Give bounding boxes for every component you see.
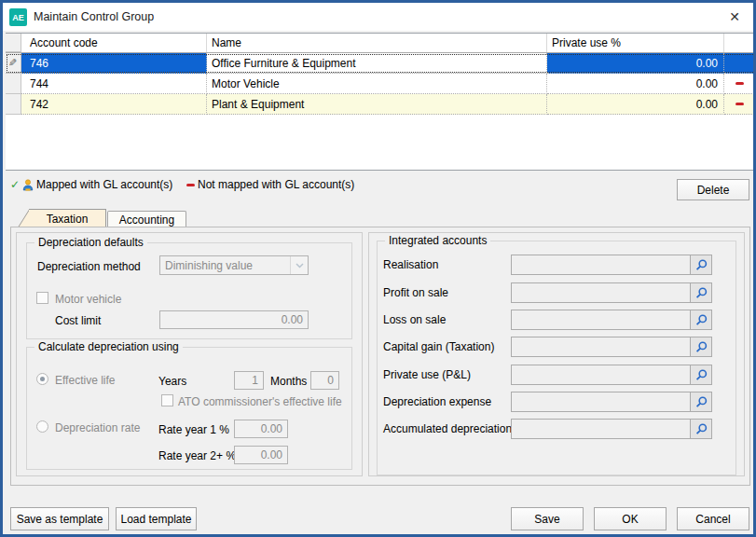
- integrated-account-row: Realisation: [378, 255, 735, 275]
- row-selector-cell[interactable]: [6, 74, 21, 94]
- legend-not-mapped: Not mapped with GL account(s): [186, 178, 354, 191]
- integrated-accounts-group: Integrated accounts Realisation Profit o…: [377, 241, 736, 475]
- cancel-button[interactable]: Cancel: [677, 507, 749, 530]
- search-icon[interactable]: [690, 392, 711, 411]
- load-template-button[interactable]: Load template: [116, 507, 197, 530]
- depreciation-expense-field[interactable]: [511, 392, 712, 412]
- column-header-account-code[interactable]: Account code: [21, 34, 207, 52]
- integrated-account-row: Profit on sale: [378, 282, 735, 303]
- save-button[interactable]: Save: [511, 507, 584, 530]
- loss-on-sale-label: Loss on sale: [383, 313, 446, 326]
- accounts-grid: Account code Name Private use % ✎ 746 Of…: [6, 33, 756, 171]
- name-cell[interactable]: Office Furniture & Equipment: [207, 53, 547, 74]
- account-code-cell[interactable]: 744: [21, 74, 207, 94]
- profit-on-sale-field[interactable]: [511, 282, 712, 303]
- group-title: Calculate depreciation using: [34, 340, 183, 353]
- tab-accounting[interactable]: Accounting: [107, 211, 186, 227]
- chevron-down-icon: [290, 256, 308, 274]
- cost-limit-field[interactable]: 0.00: [159, 310, 309, 329]
- not-mapped-icon: [735, 82, 744, 85]
- profit-on-sale-label: Profit on sale: [383, 286, 448, 299]
- accumulated-depreciation-field[interactable]: [511, 419, 712, 439]
- search-icon[interactable]: [690, 283, 711, 302]
- tab-taxation-label: Taxation: [47, 213, 89, 226]
- column-header-name[interactable]: Name: [207, 34, 547, 52]
- edit-pencil-icon: ✎: [8, 57, 17, 69]
- private-use-cell[interactable]: 0.00: [547, 53, 724, 74]
- mapping-status-cell: [724, 94, 756, 115]
- search-icon[interactable]: [690, 420, 711, 438]
- taxation-tab-panel: Depreciation defaults Depreciation metho…: [10, 227, 750, 486]
- cost-limit-label: Cost limit: [55, 314, 101, 327]
- rate-year-1-field[interactable]: 0.00: [234, 420, 288, 438]
- legend-mapped: ✓ Mapped with GL account(s): [10, 178, 172, 191]
- motor-vehicle-label: Motor vehicle: [55, 293, 121, 306]
- not-mapped-icon: [735, 103, 744, 105]
- row-selector-header: [6, 34, 21, 52]
- legend-not-mapped-label: Not mapped with GL account(s): [198, 178, 354, 191]
- integrated-account-row: Depreciation expense: [378, 392, 735, 412]
- loss-on-sale-field[interactable]: [511, 310, 712, 330]
- realisation-label: Realisation: [383, 258, 438, 271]
- years-label: Years: [158, 375, 186, 388]
- save-as-template-button[interactable]: Save as template: [10, 507, 109, 530]
- years-field[interactable]: 1: [234, 371, 264, 390]
- private-use-pl-label: Private use (P&L): [383, 368, 471, 381]
- search-icon[interactable]: [690, 337, 711, 356]
- capital-gain-field[interactable]: [511, 337, 712, 357]
- account-code-cell[interactable]: 742: [21, 94, 207, 115]
- motor-vehicle-checkbox[interactable]: [36, 292, 48, 304]
- not-mapped-icon: [186, 184, 195, 186]
- dialog-title: Maintain Control Group: [34, 10, 154, 23]
- person-icon: [22, 179, 34, 191]
- integrated-account-row: Loss on sale: [378, 310, 735, 330]
- ok-button[interactable]: OK: [594, 507, 667, 530]
- search-icon[interactable]: [690, 310, 711, 329]
- search-icon[interactable]: [690, 365, 711, 384]
- column-header-private-use[interactable]: Private use %: [547, 34, 724, 52]
- name-cell[interactable]: Motor Vehicle: [207, 74, 547, 94]
- legend-mapped-label: Mapped with GL account(s): [36, 178, 172, 191]
- account-code-cell[interactable]: 746: [21, 53, 207, 74]
- ato-effective-life-checkbox[interactable]: [161, 394, 173, 406]
- private-use-cell[interactable]: 0.00: [547, 94, 724, 115]
- tab-taxation[interactable]: Taxation: [16, 209, 106, 227]
- effective-life-label: Effective life: [55, 374, 115, 387]
- months-label: Months: [270, 375, 307, 388]
- calculate-depreciation-group: Calculate depreciation using Effective l…: [26, 347, 352, 470]
- app-icon: AE: [9, 8, 27, 26]
- depreciation-rate-radio[interactable]: [36, 420, 48, 433]
- depreciation-expense-label: Depreciation expense: [383, 395, 491, 408]
- private-use-cell[interactable]: 0.00: [547, 74, 724, 94]
- table-row[interactable]: 744 Motor Vehicle 0.00: [6, 74, 756, 94]
- integrated-account-row: Accumulated depreciation: [378, 419, 735, 439]
- depreciation-rate-label: Depreciation rate: [55, 421, 140, 434]
- rate-year-2-field[interactable]: 0.00: [234, 446, 288, 464]
- group-title: Depreciation defaults: [34, 236, 147, 249]
- realisation-field[interactable]: [511, 255, 712, 275]
- maintain-control-group-dialog: AE Maintain Control Group ✕ Account code…: [0, 0, 756, 537]
- close-icon[interactable]: ✕: [723, 6, 746, 28]
- table-row[interactable]: ✎ 746 Office Furniture & Equipment 0.00: [6, 53, 756, 74]
- integrated-account-row: Private use (P&L): [378, 365, 735, 385]
- left-panel: Depreciation defaults Depreciation metho…: [16, 232, 363, 476]
- row-selector-cell[interactable]: [6, 94, 21, 115]
- effective-life-radio[interactable]: [36, 373, 48, 385]
- depreciation-method-label: Depreciation method: [37, 260, 141, 273]
- grid-header-row: Account code Name Private use %: [6, 34, 756, 53]
- delete-button[interactable]: Delete: [677, 179, 749, 200]
- row-selector-cell[interactable]: ✎: [6, 53, 21, 74]
- private-use-pl-field[interactable]: [511, 365, 712, 385]
- name-cell[interactable]: Plant & Equipment: [207, 94, 547, 115]
- tab-accounting-label: Accounting: [119, 213, 174, 227]
- months-field[interactable]: 0: [310, 371, 339, 390]
- search-icon[interactable]: [690, 255, 711, 274]
- rate-year-1-label: Rate year 1 %: [158, 423, 229, 436]
- rate-year-2-label: Rate year 2+ %: [158, 449, 236, 462]
- accumulated-depreciation-label: Accumulated depreciation: [383, 422, 512, 435]
- depreciation-method-select[interactable]: Diminishing value: [159, 255, 309, 275]
- mapping-status-cell: [724, 74, 756, 94]
- integrated-account-row: Capital gain (Taxation): [378, 337, 735, 357]
- depreciation-method-value: Diminishing value: [165, 259, 253, 272]
- table-row[interactable]: 742 Plant & Equipment 0.00: [6, 94, 756, 115]
